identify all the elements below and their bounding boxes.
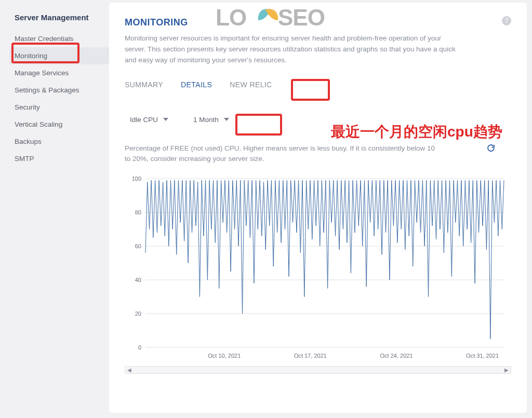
range-select[interactable]: 1 Month [188, 112, 234, 128]
refresh-icon[interactable] [486, 143, 496, 153]
svg-text:0: 0 [138, 344, 141, 350]
tab-details[interactable]: DETAILS [181, 80, 212, 91]
page-description: Monitoring server resources is important… [125, 33, 457, 66]
sidebar-item-master-credentials[interactable]: Master Credentials [9, 30, 109, 47]
chart-description: Percentage of FREE (not used) CPU. Highe… [125, 143, 442, 165]
svg-text:Oct 10, 2021: Oct 10, 2021 [208, 353, 241, 359]
svg-text:Oct 17, 2021: Oct 17, 2021 [294, 353, 327, 359]
sidebar-item-settings-packages[interactable]: Settings & Packages [9, 82, 109, 99]
svg-text:20: 20 [135, 311, 141, 317]
sidebar: Server Management Master Credentials Mon… [0, 0, 109, 418]
svg-text:40: 40 [135, 277, 141, 283]
idle-cpu-chart: 020406080100Oct 10, 2021Oct 17, 2021Oct … [125, 173, 509, 363]
svg-text:Oct 31, 2021: Oct 31, 2021 [466, 353, 499, 359]
sidebar-item-security[interactable]: Security [9, 99, 109, 116]
sidebar-item-monitoring[interactable]: Monitoring [9, 47, 109, 64]
range-select-value: 1 Month [193, 116, 219, 124]
help-icon[interactable]: ? [502, 16, 511, 25]
sidebar-item-manage-services[interactable]: Manage Services [9, 64, 109, 82]
chevron-down-icon [224, 118, 229, 121]
page-title: MONITORING [125, 17, 511, 28]
tab-summary[interactable]: SUMMARY [125, 80, 163, 91]
svg-text:60: 60 [135, 243, 141, 249]
svg-text:80: 80 [135, 209, 141, 215]
sidebar-item-vertical-scaling[interactable]: Vertical Scaling [9, 116, 109, 133]
main-panel: ? MONITORING Monitoring server resources… [109, 3, 527, 413]
chart-horizontal-scrollbar[interactable]: ◀ ▶ [125, 366, 511, 374]
metric-select[interactable]: Idle CPU [125, 112, 174, 128]
scroll-right-icon[interactable]: ▶ [502, 367, 511, 373]
tabs: SUMMARY DETAILS NEW RELIC [125, 80, 511, 91]
sidebar-item-smtp[interactable]: SMTP [9, 150, 109, 167]
svg-text:100: 100 [132, 176, 141, 182]
svg-text:Oct 24, 2021: Oct 24, 2021 [380, 353, 413, 359]
scroll-left-icon[interactable]: ◀ [125, 367, 134, 373]
metric-select-value: Idle CPU [130, 116, 158, 124]
sidebar-item-backups[interactable]: Backups [9, 133, 109, 150]
tab-new-relic[interactable]: NEW RELIC [230, 80, 272, 91]
chevron-down-icon [163, 118, 168, 121]
sidebar-title: Server Management [15, 13, 104, 22]
